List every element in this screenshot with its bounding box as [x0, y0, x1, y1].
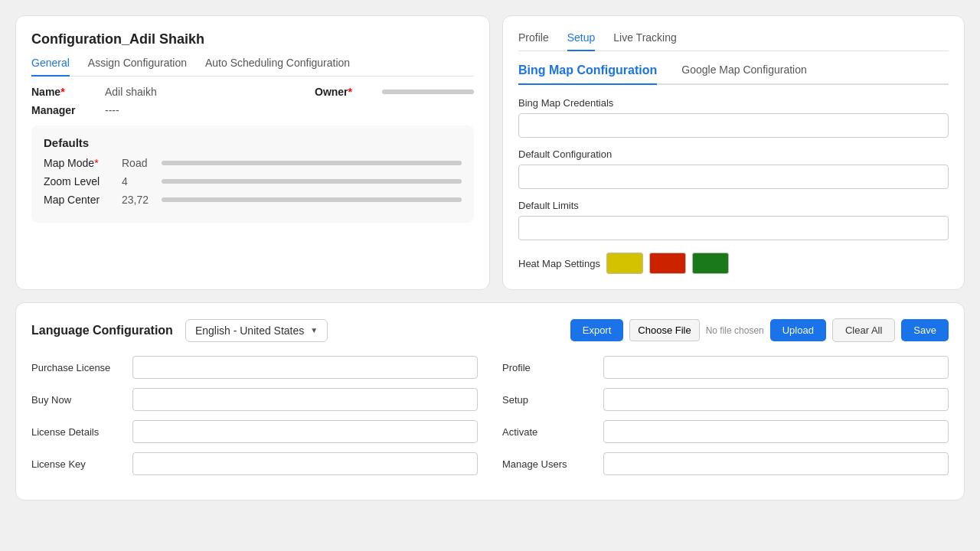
map-tabs: Bing Map Configuration Google Map Config…	[518, 64, 949, 85]
lang-value: English - United States	[195, 324, 304, 337]
buy-now-row: Buy Now	[31, 388, 478, 411]
tab-assign-configuration[interactable]: Assign Configuration	[88, 57, 187, 77]
license-key-label: License Key	[31, 458, 123, 470]
name-label: Name*	[31, 86, 93, 98]
center-value: 23,72	[122, 194, 152, 206]
language-select[interactable]: English - United States ▼	[185, 319, 328, 342]
setup-input[interactable]	[603, 388, 949, 411]
tab-auto-scheduling[interactable]: Auto Scheduling Configuration	[205, 57, 350, 77]
tab-google-map[interactable]: Google Map Configuration	[681, 64, 806, 83]
activate-label: Activate	[502, 426, 594, 438]
heat-map-row: Heat Map Settings	[518, 253, 949, 274]
clear-all-button[interactable]: Clear All	[832, 318, 895, 342]
heat-swatch-yellow[interactable]	[606, 253, 643, 274]
zoom-label: Zoom Level	[44, 175, 113, 187]
license-details-label: License Details	[31, 426, 123, 438]
save-button[interactable]: Save	[901, 319, 949, 341]
default-config-input[interactable]	[518, 165, 949, 189]
manage-users-input[interactable]	[603, 452, 949, 475]
manager-value: ----	[105, 104, 119, 116]
license-key-row: License Key	[31, 452, 478, 475]
center-row: Map Center 23,72	[44, 194, 462, 206]
credentials-label: Bing Map Credentials	[518, 97, 949, 109]
heat-swatch-green[interactable]	[692, 253, 729, 274]
manager-label: Manager	[31, 104, 93, 116]
heat-map-label: Heat Map Settings	[518, 258, 600, 269]
form-right: Profile Setup Activate Manage Users	[502, 356, 949, 484]
heat-swatch-red[interactable]	[649, 253, 686, 274]
lang-header: Language Configuration English - United …	[31, 318, 949, 342]
defaults-title: Defaults	[44, 136, 462, 149]
purchase-license-row: Purchase License	[31, 356, 478, 379]
form-grid: Purchase License Buy Now License Details…	[31, 356, 949, 484]
tab-general[interactable]: General	[31, 57, 70, 77]
buy-now-label: Buy Now	[31, 394, 123, 406]
license-details-row: License Details	[31, 420, 478, 443]
config-title: Configuration_Adil Shaikh	[31, 31, 474, 47]
credentials-input[interactable]	[518, 113, 949, 138]
purchase-license-label: Purchase License	[31, 362, 123, 373]
owner-bar	[382, 90, 474, 94]
bottom-card: Language Configuration English - United …	[15, 302, 965, 500]
map-mode-slider[interactable]	[162, 161, 462, 165]
name-value: Adil shaikh	[105, 86, 157, 98]
default-limits-label: Default Limits	[518, 200, 949, 211]
left-config-card: Configuration_Adil Shaikh General Assign…	[15, 15, 490, 290]
owner-label: Owner*	[315, 86, 376, 98]
map-mode-label: Map Mode*	[44, 157, 113, 169]
zoom-value: 4	[122, 175, 152, 187]
manage-users-row: Manage Users	[502, 452, 949, 475]
activate-row: Activate	[502, 420, 949, 443]
choose-file-button[interactable]: Choose File	[629, 319, 699, 341]
map-mode-row: Map Mode* Road	[44, 157, 462, 169]
name-row: Name* Adil shaikh Owner*	[31, 86, 474, 98]
activate-input[interactable]	[603, 420, 949, 443]
zoom-slider[interactable]	[162, 179, 462, 184]
profile-label: Profile	[502, 362, 594, 373]
credentials-field: Bing Map Credentials	[518, 97, 949, 148]
license-key-input[interactable]	[132, 452, 478, 475]
center-label: Map Center	[44, 194, 113, 206]
chevron-down-icon: ▼	[310, 326, 318, 334]
buy-now-input[interactable]	[132, 388, 478, 411]
tab-live-tracking[interactable]: Live Tracking	[613, 31, 676, 51]
export-button[interactable]: Export	[570, 319, 624, 341]
setup-label: Setup	[502, 394, 594, 406]
right-config-card: Profile Setup Live Tracking Bing Map Con…	[502, 15, 965, 290]
upload-button[interactable]: Upload	[770, 319, 826, 341]
map-mode-value: Road	[122, 157, 152, 169]
manage-users-label: Manage Users	[502, 458, 594, 470]
owner-area: Owner*	[315, 86, 474, 98]
setup-row: Setup	[502, 388, 949, 411]
center-slider[interactable]	[162, 197, 462, 202]
defaults-box: Defaults Map Mode* Road Zoom Level 4 Map…	[31, 126, 474, 223]
default-config-field: Default Configuration	[518, 148, 949, 200]
default-limits-field: Default Limits	[518, 200, 949, 251]
lang-title: Language Configuration	[31, 324, 173, 337]
left-tabs: General Assign Configuration Auto Schedu…	[31, 57, 474, 77]
tab-bing-map[interactable]: Bing Map Configuration	[518, 64, 657, 85]
default-limits-input[interactable]	[518, 216, 949, 240]
form-left: Purchase License Buy Now License Details…	[31, 356, 478, 484]
profile-row: Profile	[502, 356, 949, 379]
tab-profile[interactable]: Profile	[518, 31, 549, 51]
default-config-label: Default Configuration	[518, 148, 949, 160]
profile-input[interactable]	[603, 356, 949, 379]
zoom-row: Zoom Level 4	[44, 175, 462, 187]
manager-row: Manager ----	[31, 104, 474, 116]
purchase-license-input[interactable]	[132, 356, 478, 379]
choose-file-label: Choose File	[638, 324, 691, 336]
license-details-input[interactable]	[132, 420, 478, 443]
action-buttons: Export Choose File No file chosen Upload…	[570, 318, 949, 342]
no-file-label: No file chosen	[706, 325, 764, 336]
section-tabs: Profile Setup Live Tracking	[518, 31, 949, 51]
tab-setup[interactable]: Setup	[567, 31, 596, 51]
